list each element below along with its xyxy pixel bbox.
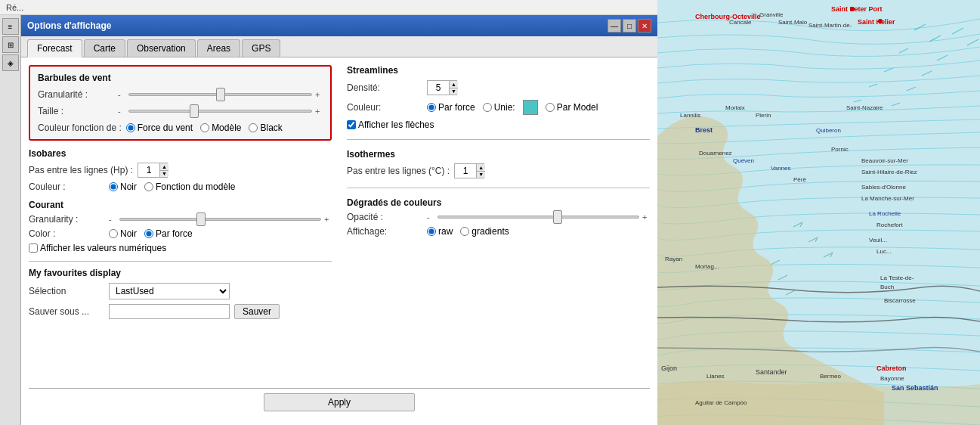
taille-minus[interactable]: - (118, 107, 125, 116)
opacite-plus[interactable]: + (642, 212, 650, 222)
couleur-modele-option[interactable]: Modèle (200, 123, 241, 133)
streamlines-unie-radio[interactable] (483, 103, 492, 112)
svg-text:Plerin: Plerin (756, 112, 771, 119)
courant-afficher-checkbox-label[interactable]: Afficher les valeurs numériques (29, 243, 166, 253)
sauver-row: Sauver sous ... Sauver (29, 304, 332, 319)
densite-spinbox[interactable]: ▲ ▼ (427, 80, 457, 95)
taille-plus[interactable]: + (315, 107, 323, 116)
isothermes-value[interactable] (455, 164, 476, 178)
granularite-slider[interactable] (128, 93, 312, 96)
favourites-section: My favourites display Sélection LastUsed… (29, 261, 332, 319)
tab-observation[interactable]: Observation (127, 39, 196, 57)
svg-text:Quéven: Quéven (733, 157, 754, 164)
isothermes-spinbox[interactable]: ▲ ▼ (454, 163, 484, 178)
densite-value[interactable] (428, 81, 449, 95)
isobares-noir-option[interactable]: Noir (109, 181, 137, 192)
vtool-btn-3[interactable]: ◈ (2, 54, 19, 71)
affichage-gradients-radio[interactable] (460, 227, 469, 236)
minimize-button[interactable]: — (607, 19, 621, 33)
courant-noir-option[interactable]: Noir (109, 228, 137, 239)
afficher-fleches-label[interactable]: Afficher les flèches (347, 119, 434, 130)
streamlines-parforce-option[interactable]: Par force (427, 102, 475, 113)
isothermes-down[interactable]: ▼ (477, 172, 485, 178)
isobares-down[interactable]: ▼ (160, 171, 168, 178)
courant-parforce-radio[interactable] (144, 229, 153, 238)
maximize-button[interactable]: □ (623, 19, 636, 33)
sauver-input[interactable] (109, 304, 230, 319)
apply-button[interactable]: Apply (264, 393, 415, 411)
opacite-minus[interactable]: - (427, 212, 434, 222)
tab-carte[interactable]: Carte (84, 39, 125, 57)
divider-2 (347, 188, 650, 188)
vtool-btn-2[interactable]: ⊞ (2, 36, 19, 53)
isobares-value[interactable] (138, 163, 159, 177)
svg-text:Cancale: Cancale (729, 19, 752, 26)
close-button[interactable]: ✕ (638, 19, 651, 33)
isobares-pas-label: Pas entre les lignes (Hp) : (29, 165, 133, 175)
courant-slider[interactable] (119, 218, 321, 221)
courant-afficher-checkbox[interactable] (29, 244, 38, 253)
tab-areas[interactable]: Areas (197, 39, 240, 57)
isobares-couleur-group: Noir Fonction du modèle (109, 181, 235, 192)
courant-section: Courant Granularity : - + Color : (29, 200, 332, 253)
densite-row: Densité: ▲ ▼ (347, 80, 650, 95)
taille-slider[interactable] (128, 110, 312, 113)
svg-text:Llanes: Llanes (706, 373, 725, 380)
svg-text:Péré: Péré (793, 176, 806, 183)
affichage-gradients-option[interactable]: gradients (460, 226, 509, 237)
courant-color-row: Color : Noir Par force (29, 228, 332, 239)
affichage-raw-option[interactable]: raw (427, 226, 453, 237)
color-swatch[interactable] (523, 100, 538, 115)
streamlines-couleur-label: Couleur: (347, 102, 422, 113)
opacite-slider[interactable] (437, 216, 639, 219)
barbules-section: Barbules de vent Granularité : - + Taill (29, 65, 332, 141)
opacite-row: Opacité : - + (347, 212, 650, 222)
streamlines-parmodel-radio[interactable] (546, 103, 555, 112)
affichage-radio-group: raw gradients (427, 226, 509, 237)
title-bar-buttons: — □ ✕ (607, 19, 651, 33)
couleur-black-option[interactable]: Black (249, 123, 282, 133)
streamlines-section: Streamlines Densité: ▲ ▼ (347, 65, 650, 130)
densite-up[interactable]: ▲ (450, 81, 458, 88)
granularite-minus[interactable]: - (118, 90, 125, 99)
svg-text:Saint-Malo: Saint-Malo (778, 19, 808, 26)
vtool-btn-1[interactable]: ≡ (2, 18, 19, 35)
couleur-black-radio[interactable] (249, 123, 258, 132)
courant-plus[interactable]: + (324, 215, 332, 224)
courant-parforce-option[interactable]: Par force (144, 228, 193, 239)
couleur-force-option[interactable]: Force du vent (126, 123, 193, 133)
afficher-fleches-row: Afficher les flèches (347, 119, 650, 130)
isobares-noir-radio[interactable] (109, 182, 118, 191)
granularite-plus[interactable]: + (315, 90, 323, 99)
selection-dropdown[interactable]: LastUsed (109, 283, 230, 299)
couleur-force-radio[interactable] (126, 123, 135, 132)
isobares-up[interactable]: ▲ (160, 163, 168, 171)
dialog-title: Options d'affichage (27, 20, 112, 31)
tab-gps[interactable]: GPS (242, 39, 280, 57)
svg-point-64 (878, 19, 883, 23)
sauver-button[interactable]: Sauver (234, 304, 280, 319)
isobares-modele-radio[interactable] (144, 182, 153, 191)
streamlines-unie-option[interactable]: Unie: (483, 102, 515, 113)
streamlines-parforce-radio[interactable] (427, 103, 436, 112)
afficher-fleches-checkbox[interactable] (347, 120, 356, 129)
affichage-raw-radio[interactable] (427, 227, 436, 236)
tab-forecast[interactable]: Forecast (27, 39, 82, 57)
couleur-modele-radio[interactable] (200, 123, 209, 132)
svg-text:Biscarrosse: Biscarrosse (884, 297, 916, 304)
map-area: Brest Lannilis Morlaix Plerin Douarnenez… (657, 0, 980, 425)
svg-text:Buch: Buch (880, 284, 894, 290)
vtoolbar: ≡ ⊞ ◈ (0, 15, 21, 425)
isobares-modele-option[interactable]: Fonction du modèle (144, 181, 235, 192)
streamlines-parmodel-option[interactable]: Par Model (546, 102, 598, 113)
courant-color-group: Noir Par force (109, 228, 193, 239)
densite-down[interactable]: ▼ (450, 88, 458, 95)
courant-minus[interactable]: - (109, 215, 116, 224)
svg-text:Pornic: Pornic (831, 146, 849, 153)
tab-bar: Forecast Carte Observation Areas GPS (21, 36, 657, 57)
isothermes-pas-row: Pas entre les lignes (°C) : ▲ ▼ (347, 163, 650, 178)
isothermes-up[interactable]: ▲ (477, 164, 485, 172)
menu-re[interactable]: Ré... (3, 3, 26, 12)
isobares-spinbox[interactable]: ▲ ▼ (138, 163, 168, 178)
courant-noir-radio[interactable] (109, 229, 118, 238)
